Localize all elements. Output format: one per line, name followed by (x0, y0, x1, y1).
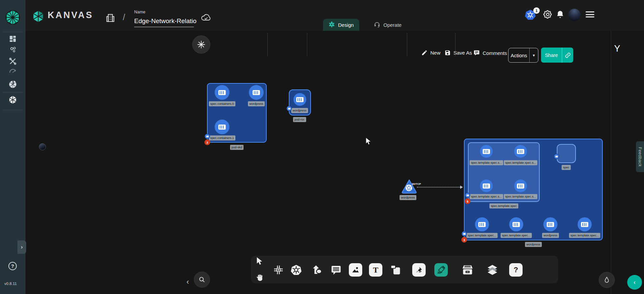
zoom-button[interactable] (194, 272, 210, 288)
whiteboard-pen-tool-active[interactable] (434, 263, 448, 277)
node-service-wordpress[interactable] (401, 179, 417, 196)
design-canvas[interactable]: New Save As Comments Actions ▼ Share Y F… (25, 31, 644, 294)
shapes-tool[interactable] (311, 264, 323, 276)
comments-button[interactable]: Comments (473, 50, 507, 56)
container-node[interactable] (514, 145, 527, 158)
actions-dropdown-caret[interactable]: ▼ (529, 48, 538, 62)
organization-icon[interactable] (105, 13, 115, 23)
cursor-tool[interactable] (255, 256, 264, 266)
new-button[interactable]: New (421, 50, 440, 56)
node-label: spec.template.spec... (569, 233, 600, 238)
tab-operate-label: Operate (383, 22, 401, 28)
node-label: wordpress (542, 233, 559, 238)
user-avatar[interactable] (568, 9, 581, 21)
share-button-label: Share (541, 53, 562, 58)
actions-button-label: Actions (508, 53, 529, 58)
sidebar-item-dashboard[interactable] (8, 34, 17, 44)
container-node[interactable] (480, 145, 493, 158)
tab-design[interactable]: Design (323, 19, 359, 31)
error-count-badge[interactable]: 2 (205, 140, 210, 145)
container-node[interactable] (215, 120, 229, 134)
deployment-label: wordpress (525, 242, 542, 247)
pod-skd-label: pod-skd (230, 145, 244, 150)
tab-operate[interactable]: Operate (368, 19, 407, 31)
feedback-tab[interactable]: Feedback (636, 141, 644, 172)
comments-button-label: Comments (483, 50, 507, 56)
canvas-anchor-button[interactable] (192, 35, 210, 54)
operate-tab-icon (374, 21, 380, 29)
panel-expand-button[interactable]: › (17, 240, 26, 254)
pod-status-badge (554, 154, 559, 159)
design-pen-tool[interactable] (412, 263, 426, 277)
service-edge[interactable] (417, 187, 461, 188)
pod-status-badge (465, 193, 470, 198)
notifications-bell-icon[interactable] (555, 10, 565, 19)
error-count-badge[interactable]: 3 (462, 237, 467, 243)
container-node[interactable] (293, 93, 306, 106)
sidebar-item-configuration[interactable] (8, 57, 17, 66)
sidebar-item-extensions[interactable] (8, 80, 17, 89)
container-node[interactable] (514, 179, 527, 192)
error-count-badge[interactable]: 5 (465, 199, 471, 204)
node-spec-template[interactable] (468, 142, 540, 202)
flowchart-tool[interactable] (273, 264, 284, 276)
rail-divider (3, 110, 23, 110)
meshery-logo-icon[interactable] (4, 9, 21, 27)
pan-hand-tool[interactable] (256, 274, 264, 282)
sidebar-item-kanvas[interactable] (8, 95, 17, 104)
design-tab-icon (328, 21, 335, 29)
container-node[interactable] (509, 217, 523, 231)
dock-divider (307, 33, 307, 56)
help-button[interactable]: ? (8, 262, 17, 270)
collaborator-avatar (39, 143, 46, 150)
save-as-button[interactable]: Save As (444, 50, 472, 56)
top-header: KANVAS / Name Edge-Network-Relatio 1 (0, 0, 644, 31)
share-button[interactable]: Share (541, 48, 573, 63)
container-node[interactable] (480, 179, 493, 192)
sidebar-item-lifecycle[interactable] (8, 45, 17, 54)
k8s-context-count: 1 (533, 7, 540, 14)
node-label: spec.template.spec.s... (504, 194, 537, 199)
layers-tool[interactable] (486, 264, 499, 276)
node-label: wordpress (291, 108, 308, 113)
new-button-label: New (430, 50, 440, 56)
actions-button[interactable]: Actions ▼ (508, 48, 538, 63)
ink-drop-button[interactable] (599, 272, 615, 288)
dock-divider (455, 33, 455, 56)
save-as-button-label: Save As (453, 50, 472, 56)
note-tool[interactable] (389, 264, 401, 276)
node-label: spec.template.spec... (466, 233, 497, 238)
sidebar-item-performance[interactable] (8, 66, 17, 76)
dock-divider (407, 33, 407, 56)
dock-divider (267, 33, 268, 56)
brand-title: KANVAS (48, 10, 93, 20)
image-tool[interactable] (349, 263, 362, 277)
settings-gear-icon[interactable] (543, 9, 553, 19)
comment-tool[interactable] (330, 264, 342, 276)
container-node[interactable] (215, 85, 229, 100)
drawer-tool[interactable] (461, 264, 474, 276)
hierarchy-panel-icon[interactable]: Y (614, 44, 620, 54)
container-node[interactable] (543, 217, 557, 231)
spec-label: spec (561, 165, 571, 170)
pod-status-badge (205, 134, 210, 139)
text-tool[interactable]: T (369, 263, 382, 277)
kanvas-logo-icon[interactable] (32, 10, 45, 24)
kubernetes-tool[interactable] (290, 264, 302, 276)
collapse-right-chevron[interactable]: ‹ (627, 275, 642, 290)
feedback-label: Feedback (638, 147, 642, 167)
copy-link-icon[interactable] (562, 48, 573, 63)
node-spec[interactable] (557, 144, 576, 163)
container-node[interactable] (578, 217, 592, 231)
container-node[interactable] (475, 217, 489, 231)
menu-hamburger-icon[interactable] (586, 11, 594, 17)
node-label: spec.template.spec.s... (470, 160, 503, 165)
dock-help-tool[interactable]: ? (509, 263, 523, 277)
container-node[interactable] (249, 85, 264, 100)
node-label: wordpress (248, 101, 265, 106)
version-label: v0.8.11 (4, 282, 17, 286)
cloud-saved-icon (201, 13, 211, 22)
pod-roc-label: pod-roc (293, 117, 306, 122)
design-name-input[interactable]: Edge-Network-Relatio (134, 17, 197, 25)
dock-collapse-chevron[interactable]: ‹ (186, 278, 189, 286)
